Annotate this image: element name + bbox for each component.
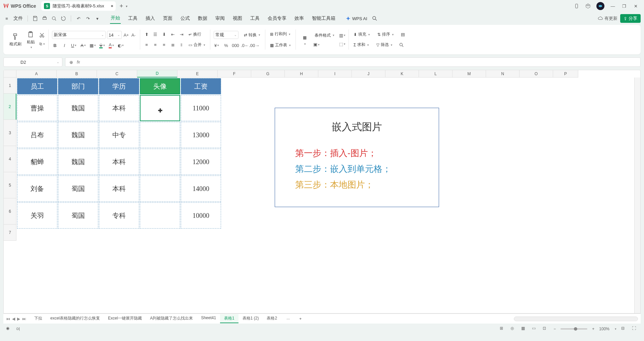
border-icon[interactable]: ▦▾ xyxy=(90,42,96,48)
column-header-P[interactable]: P xyxy=(553,70,578,78)
table-cell[interactable] xyxy=(140,122,180,148)
table-cell[interactable]: 本科 xyxy=(99,176,139,202)
file-menu[interactable]: 文件 xyxy=(13,13,23,23)
cells-area[interactable]: 员工部门学历头像工资曹操魏国本科✚11000吕布魏国中专13000貂蝉魏国本科1… xyxy=(16,78,634,313)
table-cell[interactable]: 刘备 xyxy=(17,176,57,202)
record-macro-icon[interactable]: ◉ xyxy=(6,326,12,332)
update-button[interactable]: 有更新 xyxy=(598,15,618,21)
increase-decimal-icon[interactable]: .00→ xyxy=(251,42,257,48)
save-icon[interactable] xyxy=(32,15,39,22)
horizontal-scrollbar[interactable] xyxy=(514,316,638,321)
history-icon[interactable] xyxy=(60,15,67,22)
decrease-font-icon[interactable]: A- xyxy=(130,32,137,38)
column-header-C[interactable]: C xyxy=(97,70,137,78)
format-as-table-icon[interactable]: ▥▾ xyxy=(339,32,345,38)
add-tab-button[interactable]: + xyxy=(120,3,123,10)
tab-last-icon[interactable]: ⏭ xyxy=(22,316,26,321)
sheet-tab[interactable]: 表格1 (2) xyxy=(238,314,263,323)
file-tab[interactable]: S 随堂练习-表格素材9-5.xlsx xyxy=(41,1,115,11)
focus-icon[interactable]: ◎ xyxy=(511,326,517,332)
add-sheet-button[interactable]: + xyxy=(295,315,306,323)
column-header-J[interactable]: J xyxy=(352,70,385,78)
column-header-A[interactable]: A xyxy=(16,70,57,78)
align-right-icon[interactable]: ≡ xyxy=(161,42,167,48)
column-header-H[interactable]: H xyxy=(285,70,318,78)
search-icon[interactable] xyxy=(371,15,378,22)
table-style-button[interactable]: ▦▾ xyxy=(299,32,310,47)
zoom-dropdown-icon[interactable]: ▾ xyxy=(615,327,616,331)
menu-item-审阅[interactable]: 审阅 xyxy=(215,13,225,23)
menu-item-开始[interactable]: 开始 xyxy=(110,13,121,24)
table-cell[interactable]: 本科 xyxy=(99,149,139,175)
row-header-7[interactable]: 7 xyxy=(4,225,16,241)
fill-button[interactable]: ⬇ 填充▾ xyxy=(352,31,371,38)
table-cell[interactable]: ✚ xyxy=(140,95,180,121)
minimize-button[interactable]: — xyxy=(610,3,616,9)
sum-button[interactable]: Σ 求和▾ xyxy=(352,41,370,48)
tabs-more[interactable]: ··· xyxy=(282,315,294,323)
undo-dropdown-icon[interactable]: ▾ xyxy=(94,15,101,22)
freeze-icon[interactable]: ▤ xyxy=(400,32,406,38)
table-cell[interactable]: 专科 xyxy=(99,202,139,229)
mobile-icon[interactable] xyxy=(574,3,580,9)
zoom-level[interactable]: 100% xyxy=(599,327,609,331)
decrease-indent-icon[interactable]: ⇤ xyxy=(170,32,176,38)
sheet-tab[interactable]: excel表格隐藏的行怎么恢复 xyxy=(46,314,104,323)
row-header-4[interactable]: 4 xyxy=(4,146,16,172)
table-cell[interactable] xyxy=(140,176,180,202)
column-header-B[interactable]: B xyxy=(57,70,97,78)
row-header-1[interactable]: 1 xyxy=(4,78,16,94)
table-cell[interactable]: 吕布 xyxy=(17,122,57,148)
table-cell[interactable]: 蜀国 xyxy=(58,202,98,229)
tab-first-icon[interactable]: ⏮ xyxy=(6,316,10,321)
column-header-F[interactable]: F xyxy=(218,70,251,78)
close-button[interactable]: ✕ xyxy=(633,3,639,9)
table-cell[interactable]: 10000 xyxy=(181,202,221,229)
format-painter-button[interactable]: 格式刷 xyxy=(8,31,23,48)
undo-icon[interactable]: ↶ xyxy=(75,15,82,22)
table-header[interactable]: 学历 xyxy=(99,78,139,94)
redo-icon[interactable]: ↷ xyxy=(85,15,91,22)
tab-next-icon[interactable]: ▶ xyxy=(17,316,20,321)
italic-icon[interactable]: I xyxy=(61,42,67,48)
spreadsheet-grid[interactable]: ABCDEFGHIJKLMNOP 1234567 员工部门学历头像工资曹操魏国本… xyxy=(3,70,641,313)
cond-format-button[interactable]: 条件格式▾ xyxy=(313,32,336,39)
clear-icon[interactable]: ⬚▾ xyxy=(339,41,345,47)
convert-button[interactable]: ⇄ 转换▾ xyxy=(243,32,262,39)
cut-icon[interactable] xyxy=(39,32,45,38)
column-header-E[interactable]: E xyxy=(177,70,218,78)
column-header-D[interactable]: D xyxy=(137,70,177,78)
zoom-slider[interactable] xyxy=(560,328,587,330)
sheet-tab[interactable]: 表格2 xyxy=(263,314,281,323)
table-cell[interactable]: 曹操 xyxy=(17,95,57,121)
cube-icon[interactable] xyxy=(585,3,591,9)
table-header[interactable]: 部门 xyxy=(58,78,98,94)
table-cell[interactable]: 13000 xyxy=(181,122,221,148)
font-name-select[interactable]: 新宋体⌄ xyxy=(52,31,106,39)
column-header-O[interactable]: O xyxy=(520,70,553,78)
copy-icon[interactable]: ▾ xyxy=(39,41,45,47)
align-bottom-icon[interactable]: ⬇ xyxy=(161,32,167,38)
table-cell[interactable] xyxy=(140,149,180,175)
row-header-2[interactable]: 2 xyxy=(4,94,16,120)
number-format-select[interactable]: 常规⌄ xyxy=(214,31,238,39)
percent-icon[interactable]: % xyxy=(223,42,229,48)
menu-item-数据[interactable]: 数据 xyxy=(197,13,208,23)
menu-item-页面[interactable]: 页面 xyxy=(162,13,173,23)
column-header-L[interactable]: L xyxy=(419,70,452,78)
cell-style-icon[interactable]: ▣▾ xyxy=(313,42,319,48)
fill-color-icon[interactable]: ⬙▾ xyxy=(99,42,105,48)
table-cell[interactable]: 中专 xyxy=(99,122,139,148)
view-break-icon[interactable]: ⊡ xyxy=(543,326,549,332)
distribute-icon[interactable]: ⫴ xyxy=(178,42,184,48)
zoom-out-button[interactable]: − xyxy=(553,327,556,331)
bold-icon[interactable]: B xyxy=(52,42,58,48)
increase-font-icon[interactable]: A+ xyxy=(123,32,129,38)
highlight-icon[interactable]: ◐▾ xyxy=(118,42,124,48)
sheet-tab[interactable]: A列被隐藏了怎么找出来 xyxy=(146,314,197,323)
table-cell[interactable]: 11000 xyxy=(181,95,221,121)
menu-item-公式[interactable]: 公式 xyxy=(180,13,191,23)
fullscreen-icon[interactable]: ⛶ xyxy=(632,326,638,332)
sheet-tab[interactable]: 下拉 xyxy=(30,314,46,323)
user-avatar[interactable] xyxy=(596,2,604,10)
